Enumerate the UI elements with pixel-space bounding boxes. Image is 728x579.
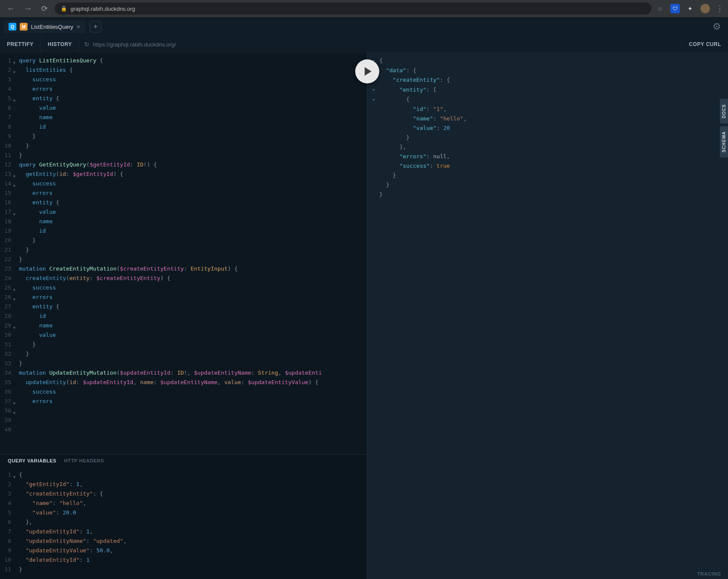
query-editor[interactable]: 1▼2▼345▼678910111213▼14▼151617▼181920212… bbox=[0, 52, 367, 454]
tab-title: ListEntitiesQuery bbox=[31, 24, 73, 30]
code-line[interactable]: query ListEntitiesQuery { bbox=[19, 56, 367, 65]
code-line: } bbox=[372, 190, 728, 199]
http-headers-tab[interactable]: HTTP HEADERS bbox=[64, 458, 104, 463]
code-line[interactable]: name bbox=[19, 113, 367, 122]
code-line[interactable]: success bbox=[19, 75, 367, 84]
code-line[interactable]: errors bbox=[19, 293, 367, 302]
code-line[interactable]: getEntity(id: $getEntityId) { bbox=[19, 169, 367, 179]
code-line[interactable]: errors bbox=[19, 188, 367, 198]
code-line[interactable]: "createEntityEntity": { bbox=[19, 489, 367, 499]
code-line[interactable]: mutation UpdateEntityMutation($updateEnt… bbox=[19, 368, 367, 378]
query-badge-icon: Q bbox=[9, 23, 16, 31]
query-variables-tab[interactable]: QUERY VARIABLES bbox=[8, 458, 56, 463]
gear-icon[interactable]: ⚙ bbox=[713, 21, 721, 32]
new-tab-button[interactable]: + bbox=[89, 21, 101, 33]
code-line[interactable]: } bbox=[19, 141, 367, 151]
code-line: ▼{ bbox=[372, 56, 728, 66]
code-line[interactable]: } bbox=[19, 132, 367, 141]
endpoint-url: https://graphql.rabih.duckdns.org/ bbox=[93, 41, 176, 48]
code-line[interactable]: } bbox=[19, 151, 367, 160]
document-tab[interactable]: Q M ListEntitiesQuery × bbox=[3, 20, 85, 33]
code-line[interactable]: entity { bbox=[19, 198, 367, 207]
code-line[interactable]: mutation CreateEntityMutation($createEnt… bbox=[19, 264, 367, 274]
code-line[interactable]: } bbox=[19, 255, 367, 264]
code-line[interactable]: success bbox=[19, 179, 367, 188]
code-line[interactable]: "updateEntityName": "updated", bbox=[19, 536, 367, 546]
code-line[interactable]: query GetEntityQuery($getEntityId: ID!) … bbox=[19, 160, 367, 169]
action-toolbar: PRETTIFY HISTORY ↻ https://graphql.rabih… bbox=[0, 36, 728, 52]
variables-section: QUERY VARIABLES HTTP HEADERS 1▼234567891… bbox=[0, 454, 367, 579]
code-line[interactable]: name bbox=[19, 217, 367, 226]
response-column: ▼{▼ "data": {▼ "createEntity": {▼ "entit… bbox=[367, 52, 728, 579]
main-area: 1▼2▼345▼678910111213▼14▼151617▼181920212… bbox=[0, 52, 728, 579]
code-line[interactable]: "getEntityId": 1, bbox=[19, 480, 367, 489]
code-line: "errors": null, bbox=[372, 152, 728, 161]
code-line[interactable]: value bbox=[19, 103, 367, 113]
forward-icon[interactable]: → bbox=[22, 3, 34, 15]
code-line[interactable]: createEntity(entity: $createEntityEntity… bbox=[19, 274, 367, 283]
docs-tab[interactable]: DOCS bbox=[720, 99, 728, 123]
code-line: "value": 20 bbox=[372, 123, 728, 133]
code-line[interactable]: "deleteEntityId": 1 bbox=[19, 555, 367, 565]
code-line[interactable]: id bbox=[19, 311, 367, 321]
code-line[interactable]: } bbox=[19, 245, 367, 255]
code-line: "id": "1", bbox=[372, 105, 728, 114]
endpoint-input[interactable]: ↻ https://graphql.rabih.duckdns.org/ bbox=[79, 41, 682, 48]
refresh-icon[interactable]: ↻ bbox=[84, 41, 89, 48]
code-line[interactable]: value bbox=[19, 330, 367, 340]
code-line: ▼ "data": { bbox=[372, 66, 728, 76]
code-line[interactable]: value bbox=[19, 207, 367, 217]
history-button[interactable]: HISTORY bbox=[41, 37, 79, 52]
copy-curl-button[interactable]: COPY CURL bbox=[682, 41, 728, 47]
code-line[interactable]: } bbox=[19, 359, 367, 368]
url-bar[interactable]: 🔒 graphql.rabih.duckdns.org bbox=[55, 3, 651, 15]
schema-tab[interactable]: SCHEMA bbox=[720, 126, 728, 157]
code-line: ], bbox=[372, 142, 728, 152]
code-line[interactable]: success bbox=[19, 283, 367, 293]
code-line[interactable]: errors bbox=[19, 397, 367, 406]
code-line[interactable]: success bbox=[19, 387, 367, 397]
toolbar-right: ☆ 🛡 ✦ ⋮ bbox=[656, 4, 724, 13]
code-line[interactable]: "name": "hello", bbox=[19, 499, 367, 508]
vars-tabs: QUERY VARIABLES HTTP HEADERS bbox=[0, 455, 367, 467]
prettify-button[interactable]: PRETTIFY bbox=[0, 37, 41, 52]
code-line[interactable]: errors bbox=[19, 84, 367, 94]
code-line[interactable]: id bbox=[19, 122, 367, 132]
code-line[interactable]: entity { bbox=[19, 302, 367, 311]
code-line[interactable]: name bbox=[19, 321, 367, 330]
code-line: "success": true bbox=[372, 161, 728, 171]
code-line[interactable]: }, bbox=[19, 517, 367, 527]
code-line[interactable]: "value": 20.0 bbox=[19, 508, 367, 517]
code-line[interactable]: "updateEntityId": 1, bbox=[19, 527, 367, 536]
response-viewer[interactable]: ▼{▼ "data": {▼ "createEntity": {▼ "entit… bbox=[367, 52, 728, 579]
code-line[interactable]: id bbox=[19, 226, 367, 236]
play-icon bbox=[365, 67, 372, 76]
code-line: ▼ "entity": [ bbox=[372, 85, 728, 95]
code-line[interactable]: } bbox=[19, 349, 367, 359]
star-icon[interactable]: ☆ bbox=[656, 4, 664, 13]
code-line: } bbox=[372, 133, 728, 142]
back-icon[interactable]: ← bbox=[4, 3, 17, 15]
code-line[interactable]: "updateEntityValue": 50.0, bbox=[19, 546, 367, 555]
code-line: ▼ { bbox=[372, 95, 728, 105]
code-line[interactable]: entity { bbox=[19, 94, 367, 103]
chrome-menu-icon[interactable]: ⋮ bbox=[716, 4, 724, 13]
code-line[interactable]: } bbox=[19, 565, 367, 574]
code-line: "name": "hello", bbox=[372, 114, 728, 123]
code-line[interactable]: } bbox=[19, 236, 367, 245]
code-line[interactable]: { bbox=[19, 470, 367, 480]
bitwarden-icon[interactable]: 🛡 bbox=[670, 4, 680, 13]
code-line[interactable]: updateEntity(id: $updateEntityId, name: … bbox=[19, 378, 367, 387]
tracing-button[interactable]: TRACING bbox=[697, 571, 721, 576]
code-line[interactable]: } bbox=[19, 340, 367, 349]
browser-toolbar: ← → ⟳ 🔒 graphql.rabih.duckdns.org ☆ 🛡 ✦ … bbox=[0, 0, 728, 17]
avatar[interactable] bbox=[700, 4, 710, 13]
url-text: graphql.rabih.duckdns.org bbox=[71, 6, 135, 12]
variables-editor[interactable]: 1▼234567891011 { "getEntityId": 1, "crea… bbox=[0, 467, 367, 579]
code-line: } bbox=[372, 171, 728, 180]
extensions-icon[interactable]: ✦ bbox=[686, 4, 694, 13]
close-icon[interactable]: × bbox=[77, 23, 80, 30]
execute-button[interactable] bbox=[355, 59, 379, 83]
code-line[interactable]: listEntities { bbox=[19, 65, 367, 75]
reload-icon[interactable]: ⟳ bbox=[39, 2, 50, 15]
